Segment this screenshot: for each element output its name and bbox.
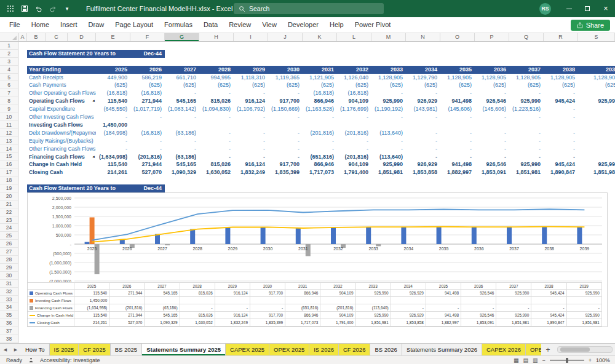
cell[interactable]: -	[268, 89, 303, 97]
cell[interactable]: -	[475, 113, 509, 121]
sheet-tab-opex-2025[interactable]: OPEX 2025	[269, 344, 309, 355]
cell[interactable]: -	[268, 137, 303, 145]
cell[interactable]: 1,851,981	[578, 168, 615, 176]
cell[interactable]: -	[268, 113, 303, 121]
sheet-tab-next-icon[interactable]: ▶	[10, 344, 21, 355]
cell[interactable]: -	[406, 113, 440, 121]
ribbon-tab-help[interactable]: Help	[324, 17, 349, 33]
cell[interactable]: -	[371, 145, 406, 153]
cell[interactable]: (1,223,516)	[509, 105, 544, 113]
cell[interactable]: 271,944	[130, 97, 165, 105]
cell[interactable]: -	[130, 145, 165, 153]
cell[interactable]: -	[578, 145, 615, 153]
row-header-1[interactable]: 1	[0, 42, 18, 50]
cell[interactable]: 1,890,847	[544, 168, 578, 176]
cell[interactable]: -	[578, 153, 615, 161]
cell[interactable]: 1,882,997	[440, 168, 475, 176]
cell[interactable]	[406, 121, 440, 129]
sheet-tab-statements-summary-2026[interactable]: Statements Summary 2026	[402, 344, 482, 355]
accessibility-status[interactable]: Accessibility: Investigate	[40, 357, 100, 363]
row-header-19[interactable]: 19	[0, 184, 18, 192]
ribbon-tab-page-layout[interactable]: Page Layout	[109, 17, 159, 33]
cell[interactable]: -	[337, 113, 371, 121]
cell[interactable]: 545,165	[165, 160, 199, 168]
cell[interactable]: 925,990	[578, 160, 615, 168]
cell[interactable]: 1,121,905	[303, 74, 337, 82]
cell[interactable]: 926,929	[406, 97, 440, 105]
row-header-10[interactable]: 10	[0, 113, 18, 121]
cell[interactable]: (625)	[371, 81, 406, 89]
cell[interactable]: (651,816)	[303, 153, 337, 161]
page-break-view-icon[interactable]: ▥	[533, 357, 538, 363]
cell[interactable]	[303, 121, 337, 129]
cell[interactable]: 1,126,040	[337, 74, 371, 82]
cell[interactable]: 904,109	[337, 160, 371, 168]
row-header-23[interactable]: 23	[0, 216, 18, 224]
cell[interactable]: -	[371, 113, 406, 121]
row-label[interactable]: Change In Cash Held	[27, 160, 96, 168]
cell[interactable]: 1,853,091	[475, 168, 509, 176]
zoom-out-icon[interactable]: −	[542, 357, 545, 363]
cell[interactable]: 926,546	[475, 97, 509, 105]
cell[interactable]: 1,853,858	[406, 168, 440, 176]
cell[interactable]: 926,546	[475, 160, 509, 168]
cell[interactable]: (16,818)	[130, 89, 165, 97]
row-label[interactable]: Other Operating Cash Flows	[27, 89, 96, 97]
cell[interactable]: 1,851,981	[509, 168, 544, 176]
cell[interactable]: -	[96, 145, 130, 153]
cell[interactable]: -	[475, 129, 509, 137]
scrollbar-track[interactable]	[557, 346, 613, 353]
row-header-5[interactable]: 5	[0, 74, 18, 82]
sheet-tab-prev-icon[interactable]: ◀	[0, 344, 10, 355]
row-header-6[interactable]: 6	[0, 81, 18, 89]
cell[interactable]: (625)	[199, 81, 234, 89]
cell[interactable]: 925,990	[371, 160, 406, 168]
cell[interactable]: (625)	[406, 81, 440, 89]
cell[interactable]: 1,119,365	[268, 74, 303, 82]
row-header-26[interactable]: 26	[0, 240, 18, 248]
cell[interactable]: 214,261	[96, 168, 130, 176]
cashflow-chart[interactable]: 2,500,0002,000,0001,500,0001,000,000500,…	[27, 192, 608, 327]
close-button[interactable]: ×	[597, 0, 615, 17]
zoom-slider-thumb[interactable]	[566, 358, 568, 363]
sheet-tab-how-to[interactable]: How To	[21, 344, 50, 355]
cell[interactable]: 916,124	[234, 97, 268, 105]
cell[interactable]: (1,083,142)	[165, 105, 199, 113]
cell[interactable]: (16,818)	[303, 89, 337, 97]
cell[interactable]: -	[199, 129, 234, 137]
column-header-I[interactable]: I	[234, 33, 268, 41]
ribbon-tab-formulas[interactable]: Formulas	[159, 17, 198, 33]
section-header-row-19[interactable]: Cash Flow Statement 20 Years toDec-44	[27, 184, 165, 192]
cell[interactable]: -	[475, 89, 509, 97]
cell[interactable]: -	[544, 113, 578, 121]
ribbon-tab-power-pivot[interactable]: Power Pivot	[349, 17, 397, 33]
ribbon-tab-insert[interactable]: Insert	[55, 17, 83, 33]
cell[interactable]: (625)	[509, 81, 544, 89]
cell[interactable]: -	[544, 153, 578, 161]
cell[interactable]: -	[509, 89, 544, 97]
cell[interactable]: -	[475, 137, 509, 145]
cell[interactable]: -	[303, 113, 337, 121]
cell[interactable]: -	[234, 113, 268, 121]
year-header-2035[interactable]: 2035	[440, 66, 475, 74]
year-header-2038[interactable]: 2038	[544, 66, 578, 74]
zoom-level[interactable]: 100%	[596, 357, 610, 363]
row-header-12[interactable]: 12	[0, 129, 18, 137]
cell[interactable]	[544, 121, 578, 129]
add-sheet-button[interactable]: +	[541, 344, 555, 355]
cell[interactable]: (1,106,792)	[234, 105, 268, 113]
cell[interactable]: -	[371, 137, 406, 145]
cell[interactable]: -	[130, 137, 165, 145]
cell[interactable]: -	[234, 89, 268, 97]
cell[interactable]: 1,128,905	[440, 74, 475, 82]
cell[interactable]: 1,851,981	[371, 168, 406, 176]
row-label[interactable]: Other Financing Cash Flows	[27, 145, 96, 153]
cell[interactable]: (16,818)	[130, 129, 165, 137]
row-header-30[interactable]: 30	[0, 272, 18, 280]
column-header-K[interactable]: K	[303, 33, 337, 41]
cell[interactable]: (113,640)	[371, 129, 406, 137]
cell[interactable]: (201,816)	[337, 153, 371, 161]
cell[interactable]: -	[440, 137, 475, 145]
cell[interactable]	[475, 121, 509, 129]
cell[interactable]: 994,995	[199, 74, 234, 82]
